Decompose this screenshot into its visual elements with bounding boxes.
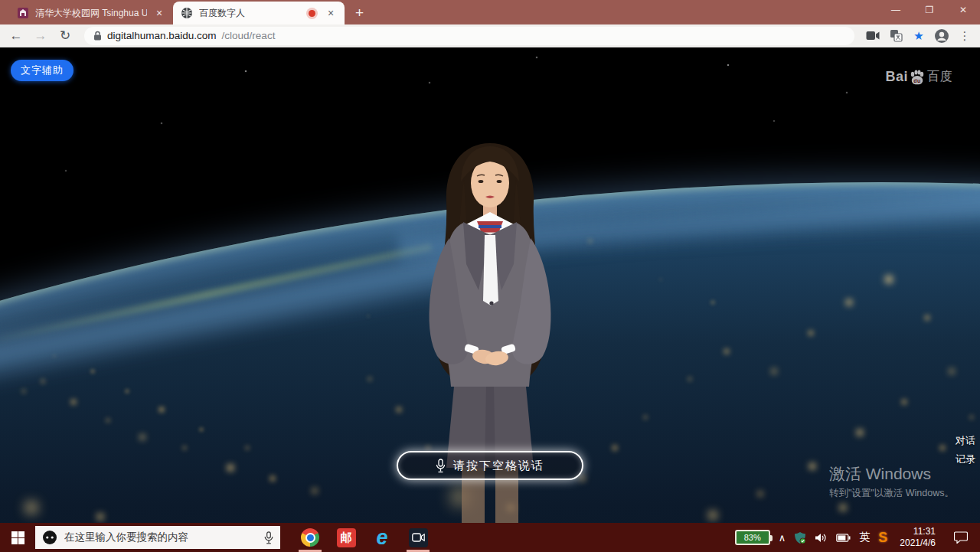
tab-close-icon[interactable]: × bbox=[153, 8, 165, 18]
svg-text:du: du bbox=[913, 78, 921, 83]
tab-digital-human[interactable]: 百度数字人 × bbox=[173, 2, 345, 24]
mail-glyph: 邮 bbox=[337, 528, 356, 547]
activation-subtitle: 转到"设置"以激活 Windows。 bbox=[829, 487, 954, 500]
url-path: /cloud/react bbox=[222, 30, 276, 41]
bookmark-star-icon[interactable]: ★ bbox=[910, 28, 928, 44]
city-lights bbox=[0, 47, 2, 49]
pinned-apps: 邮 e bbox=[300, 523, 428, 552]
ime-indicator[interactable]: 英 bbox=[859, 531, 870, 544]
search-placeholder: 在这里输入你要搜索的内容 bbox=[64, 531, 257, 544]
baidu-logo-bai: Bai bbox=[885, 69, 908, 85]
tab-title: 百度数字人 bbox=[199, 7, 302, 20]
clock-time: 11:31 bbox=[900, 526, 936, 537]
sogou-input-icon[interactable]: S bbox=[878, 530, 887, 546]
close-button[interactable]: ✕ bbox=[946, 0, 980, 23]
push-to-talk-button[interactable]: 请按下空格说话 bbox=[397, 451, 583, 480]
profile-avatar[interactable] bbox=[933, 28, 951, 44]
tab-tsinghua[interactable]: 清华大学校园网 Tsinghua Univ × bbox=[9, 2, 173, 24]
baidu-paw-icon: du bbox=[909, 70, 926, 85]
battery-percent-badge[interactable]: 83% bbox=[735, 530, 770, 545]
windows-taskbar: 在这里输入你要搜索的内容 邮 e 83% bbox=[0, 523, 980, 552]
baidu-logo: Bai du 百度 bbox=[885, 69, 952, 85]
address-bar[interactable]: digitalhuman.baidu.com/cloud/react bbox=[84, 27, 854, 45]
camera-app-taskbar-icon[interactable] bbox=[408, 523, 428, 552]
system-tray: 83% ∧ 英 S 11:31 2021/4/6 bbox=[735, 526, 980, 549]
tray-overflow-chevron-icon[interactable]: ∧ bbox=[779, 532, 786, 544]
restore-button[interactable]: ❐ bbox=[913, 0, 946, 23]
volume-icon[interactable] bbox=[815, 532, 828, 544]
mail-taskbar-icon[interactable]: 邮 bbox=[336, 523, 356, 552]
browser-toolbar: ← → ↻ digitalhuman.baidu.com/cloud/react… bbox=[0, 24, 980, 47]
defender-shield-icon[interactable] bbox=[794, 531, 806, 544]
window-controls: — ❐ ✕ bbox=[879, 0, 980, 23]
battery-tray-icon[interactable] bbox=[836, 534, 851, 542]
cortana-icon bbox=[42, 530, 57, 545]
browser-menu-icon[interactable]: ⋮ bbox=[956, 28, 974, 44]
internet-explorer-taskbar-icon[interactable]: e bbox=[372, 523, 392, 552]
windows-activation-watermark: 激活 Windows 转到"设置"以激活 Windows。 bbox=[829, 463, 954, 500]
action-center-icon[interactable] bbox=[948, 531, 974, 544]
browser-titlebar: 清华大学校园网 Tsinghua Univ × 百度数字人 × + — ❐ ✕ bbox=[0, 0, 980, 24]
baidu-logo-cn: 百度 bbox=[927, 69, 952, 85]
clock-date: 2021/4/6 bbox=[900, 537, 936, 549]
tab-title: 清华大学校园网 Tsinghua Univ bbox=[35, 7, 147, 20]
search-microphone-icon[interactable] bbox=[264, 531, 273, 544]
activation-title: 激活 Windows bbox=[829, 463, 954, 485]
url-host: digitalhuman.baidu.com bbox=[107, 30, 217, 41]
browser-window: 清华大学校园网 Tsinghua Univ × 百度数字人 × + — ❐ ✕ … bbox=[0, 0, 980, 552]
recording-indicator-icon bbox=[309, 10, 315, 17]
taskbar-clock[interactable]: 11:31 2021/4/6 bbox=[896, 526, 939, 549]
text-assist-button[interactable]: 文字辅助 bbox=[11, 60, 74, 81]
digital-human-stage: 文字辅助 Bai du 百度 请按下空格说话 对话 记录 激活 Windows … bbox=[0, 47, 980, 523]
forward-button[interactable]: → bbox=[31, 28, 51, 44]
dialog-label: 对话 bbox=[956, 432, 975, 450]
reload-button[interactable]: ↻ bbox=[55, 28, 75, 44]
dialog-record-panel-tab[interactable]: 对话 记录 bbox=[956, 432, 975, 469]
taskbar-search-input[interactable]: 在这里输入你要搜索的内容 bbox=[35, 526, 280, 549]
screen-record-icon[interactable] bbox=[864, 28, 882, 44]
record-label: 记录 bbox=[956, 450, 975, 469]
new-tab-button[interactable]: + bbox=[345, 5, 374, 24]
ie-glyph: e bbox=[376, 528, 387, 547]
tsinghua-gate-favicon bbox=[17, 7, 29, 19]
translate-icon[interactable] bbox=[887, 28, 905, 44]
start-button[interactable] bbox=[0, 523, 35, 552]
microphone-icon bbox=[436, 459, 446, 473]
chrome-taskbar-icon[interactable] bbox=[300, 523, 320, 552]
back-button[interactable]: ← bbox=[6, 28, 26, 44]
globe-favicon bbox=[181, 7, 193, 19]
lock-icon bbox=[93, 31, 102, 41]
tab-close-icon[interactable]: × bbox=[325, 8, 337, 18]
minimize-button[interactable]: — bbox=[879, 0, 913, 23]
push-to-talk-label: 请按下空格说话 bbox=[453, 459, 544, 473]
